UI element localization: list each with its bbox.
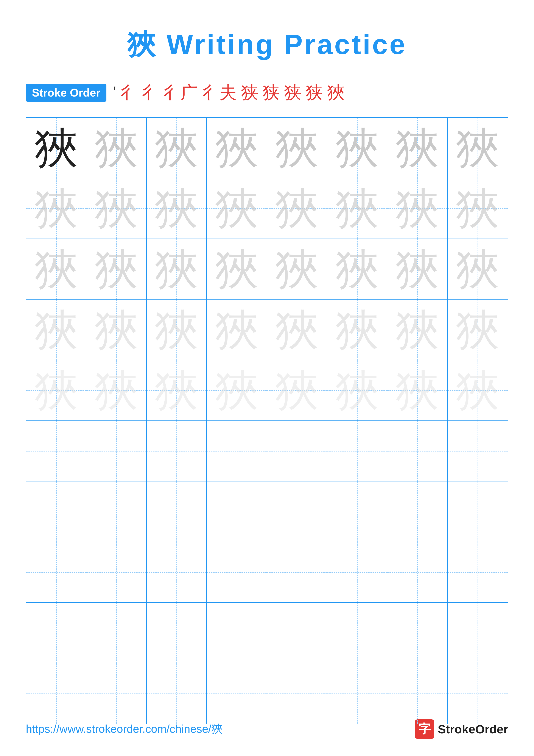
grid-cell-2-6: 狹: [327, 178, 387, 238]
grid-cell-6-5[interactable]: [267, 421, 327, 481]
grid-cell-7-2[interactable]: [87, 481, 146, 542]
grid-cell-5-7: 狹: [387, 360, 447, 420]
grid-cell-8-1[interactable]: [26, 542, 87, 602]
grid-cell-5-1: 狹: [26, 360, 87, 420]
grid-cell-7-1[interactable]: [26, 481, 87, 542]
grid-cell-3-5: 狹: [267, 239, 327, 299]
grid-cell-9-7[interactable]: [387, 603, 447, 663]
grid-cell-10-1[interactable]: [26, 663, 87, 723]
practice-grid: 狹 狹 狹 狹 狹 狹 狹 狹 狹 狹 狹 狹 狹 狹 狹 狹 狹 狹 狹 狹 …: [26, 117, 508, 724]
grid-cell-4-4: 狹: [207, 300, 267, 360]
grid-cell-6-4[interactable]: [207, 421, 267, 481]
stroke-order-badge: Stroke Order: [26, 84, 106, 102]
grid-cell-9-8[interactable]: [447, 603, 508, 663]
grid-cell-10-7[interactable]: [387, 663, 447, 723]
grid-cell-10-4[interactable]: [207, 663, 267, 723]
grid-cell-8-7[interactable]: [387, 542, 447, 602]
grid-cell-4-8: 狹: [447, 300, 508, 360]
grid-row-9: [26, 603, 508, 663]
grid-row-5: 狹 狹 狹 狹 狹 狹 狹 狹: [26, 360, 508, 421]
grid-cell-3-2: 狹: [87, 239, 146, 299]
grid-cell-2-2: 狹: [87, 178, 146, 238]
grid-cell-10-6[interactable]: [327, 663, 387, 723]
grid-cell-7-7[interactable]: [387, 481, 447, 542]
grid-cell-8-3[interactable]: [147, 542, 207, 602]
grid-cell-5-2: 狹: [87, 360, 146, 420]
grid-cell-8-4[interactable]: [207, 542, 267, 602]
grid-cell-3-3: 狹: [147, 239, 207, 299]
grid-cell-1-2: 狹: [87, 118, 146, 178]
grid-cell-7-4[interactable]: [207, 481, 267, 542]
page: 狹 Writing Practice Stroke Order ' 彳 彳 彳广…: [0, 0, 534, 756]
stroke-1: ': [113, 83, 116, 103]
strokeorder-logo-icon: 字: [415, 719, 434, 739]
grid-cell-4-7: 狹: [387, 300, 447, 360]
stroke-10: 狹: [327, 81, 344, 104]
stroke-7: 狭: [263, 81, 280, 104]
grid-cell-2-8: 狹: [447, 178, 508, 238]
grid-cell-7-6[interactable]: [327, 481, 387, 542]
grid-row-7: [26, 481, 508, 542]
grid-cell-2-4: 狹: [207, 178, 267, 238]
grid-cell-9-3[interactable]: [147, 603, 207, 663]
grid-cell-1-3: 狹: [147, 118, 207, 178]
grid-cell-8-8[interactable]: [447, 542, 508, 602]
grid-cell-5-6: 狹: [327, 360, 387, 420]
grid-cell-6-6[interactable]: [327, 421, 387, 481]
grid-cell-9-1[interactable]: [26, 603, 87, 663]
grid-cell-5-5: 狹: [267, 360, 327, 420]
grid-cell-8-2[interactable]: [87, 542, 146, 602]
grid-row-3: 狹 狹 狹 狹 狹 狹 狹 狹: [26, 239, 508, 300]
grid-cell-6-2[interactable]: [87, 421, 146, 481]
grid-cell-10-8[interactable]: [447, 663, 508, 723]
grid-cell-2-7: 狹: [387, 178, 447, 238]
grid-cell-4-6: 狹: [327, 300, 387, 360]
grid-cell-9-6[interactable]: [327, 603, 387, 663]
grid-cell-3-6: 狹: [327, 239, 387, 299]
stroke-order-row: Stroke Order ' 彳 彳 彳广 彳夫 狭 狭 狭 狭 狹: [26, 81, 508, 104]
stroke-2: 彳: [120, 81, 138, 104]
footer-url[interactable]: https://www.strokeorder.com/chinese/狹: [26, 721, 222, 737]
grid-cell-6-8[interactable]: [447, 421, 508, 481]
grid-cell-5-8: 狹: [447, 360, 508, 420]
grid-cell-6-3[interactable]: [147, 421, 207, 481]
grid-cell-3-8: 狹: [447, 239, 508, 299]
footer: https://www.strokeorder.com/chinese/狹 字 …: [26, 719, 508, 739]
grid-cell-1-1: 狹: [26, 118, 87, 178]
grid-cell-7-8[interactable]: [447, 481, 508, 542]
grid-row-8: [26, 542, 508, 603]
grid-cell-4-2: 狹: [87, 300, 146, 360]
grid-cell-4-5: 狹: [267, 300, 327, 360]
grid-cell-5-3: 狹: [147, 360, 207, 420]
grid-cell-10-2[interactable]: [87, 663, 146, 723]
grid-cell-9-4[interactable]: [207, 603, 267, 663]
grid-cell-10-5[interactable]: [267, 663, 327, 723]
grid-cell-7-5[interactable]: [267, 481, 327, 542]
grid-row-10: [26, 663, 508, 723]
grid-cell-1-6: 狹: [327, 118, 387, 178]
grid-cell-2-5: 狹: [267, 178, 327, 238]
grid-cell-1-4: 狹: [207, 118, 267, 178]
grid-cell-6-1[interactable]: [26, 421, 87, 481]
grid-cell-8-5[interactable]: [267, 542, 327, 602]
grid-cell-3-4: 狹: [207, 239, 267, 299]
grid-cell-9-5[interactable]: [267, 603, 327, 663]
grid-cell-1-5: 狹: [267, 118, 327, 178]
page-title: 狹 Writing Practice: [26, 26, 508, 64]
footer-logo: 字 StrokeOrder: [415, 719, 508, 739]
stroke-3: 彳: [142, 81, 159, 104]
grid-cell-4-1: 狹: [26, 300, 87, 360]
grid-cell-9-2[interactable]: [87, 603, 146, 663]
grid-cell-5-4: 狹: [207, 360, 267, 420]
grid-cell-7-3[interactable]: [147, 481, 207, 542]
grid-cell-10-3[interactable]: [147, 663, 207, 723]
grid-row-1: 狹 狹 狹 狹 狹 狹 狹 狹: [26, 118, 508, 178]
grid-cell-2-1: 狹: [26, 178, 87, 238]
stroke-4: 彳广: [164, 81, 198, 104]
grid-cell-6-7[interactable]: [387, 421, 447, 481]
grid-cell-3-1: 狹: [26, 239, 87, 299]
stroke-5: 彳夫: [202, 81, 237, 104]
grid-cell-8-6[interactable]: [327, 542, 387, 602]
grid-cell-4-3: 狹: [147, 300, 207, 360]
grid-cell-3-7: 狹: [387, 239, 447, 299]
